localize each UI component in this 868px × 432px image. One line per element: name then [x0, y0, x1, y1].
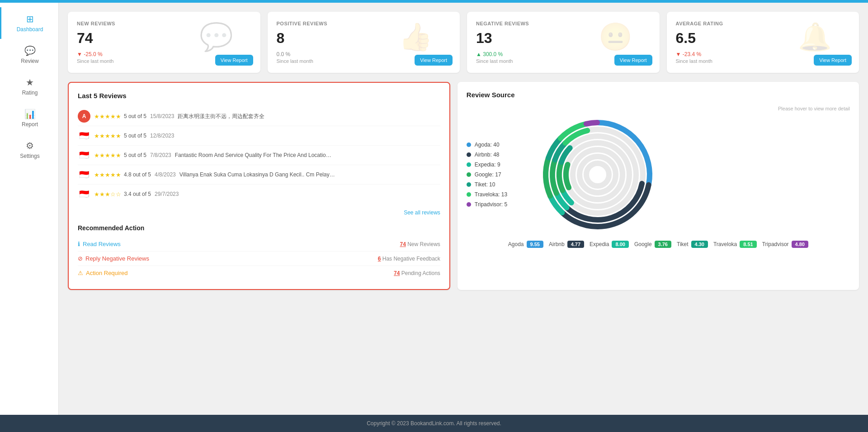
see-all-link[interactable]: See all reviews — [404, 209, 440, 216]
settings-icon: ⚙ — [26, 140, 34, 151]
footer: Copyright © 2023 BookandLink.com. All ri… — [0, 415, 868, 432]
legend-dot-4 — [467, 182, 471, 187]
review-date-3: 4/8/2023 — [155, 171, 176, 178]
main-content: NEW REVIEWS 74 ▼ -25.0 % Since last mont… — [59, 3, 868, 415]
rec-icon-0: ℹ — [78, 241, 80, 247]
donut-chart — [539, 116, 656, 233]
score-badge-1: 4.77 — [567, 241, 584, 248]
legend-dot-1 — [467, 152, 471, 157]
view-report-btn-positive-reviews[interactable]: View Report — [415, 55, 453, 66]
review-rating-3: 4.8 out of 5 — [124, 171, 151, 178]
score-item-3: Google 3.76 — [634, 241, 671, 248]
rec-count-0: 74 New Reviews — [400, 241, 440, 247]
review-stars-3: ★★★★★ — [94, 171, 121, 178]
sidebar-label-rating: Rating — [22, 90, 38, 96]
stat-card-average-rating: AVERAGE RATING 6.5 ▼ -23.4 % Since last … — [667, 12, 859, 73]
review-rating-1: 5 out of 5 — [124, 133, 146, 139]
legend-item-5: Traveloka: 13 — [467, 191, 530, 198]
report-icon: 📊 — [24, 109, 36, 119]
footer-text: Copyright © 2023 BookandLink.com. All ri… — [367, 420, 501, 427]
review-rating-2: 5 out of 5 — [124, 152, 146, 158]
score-badge-4: 4.30 — [691, 241, 708, 248]
rec-row-2: ⚠ Action Required 74 Pending Actions — [78, 266, 440, 280]
review-date-4: 29/7/2023 — [155, 191, 179, 197]
rec-count-num-0: 74 — [400, 241, 406, 247]
score-badge-5: 8.51 — [740, 241, 756, 248]
score-item-4: Tiket 4.30 — [677, 241, 708, 248]
score-label-5: Traveloka — [713, 241, 737, 247]
score-badge-2: 8.00 — [612, 241, 628, 248]
legend-label-3: Google: 17 — [475, 171, 501, 178]
stat-card-icon-negative-reviews: 😐 — [599, 21, 632, 53]
view-report-btn-average-rating[interactable]: View Report — [814, 55, 852, 66]
review-rating-0: 5 out of 5 — [124, 113, 146, 119]
review-avatar-2: 🇮🇩 — [78, 149, 90, 161]
rec-count-1: 6 Has Negative Feedback — [378, 256, 440, 262]
bottom-panels: Last 5 Reviews A ★★★★★ 5 out of 5 15/8/2… — [68, 82, 859, 290]
review-date-2: 7/8/2023 — [150, 152, 171, 158]
score-label-1: Airbnb — [549, 241, 565, 247]
rec-list: ℹ Read Reviews 74 New Reviews ⊘ Reply Ne… — [78, 237, 440, 280]
sidebar-item-report[interactable]: 📊 Report — [0, 102, 58, 134]
rec-label-0[interactable]: ℹ Read Reviews — [78, 241, 121, 247]
rec-count-num-1: 6 — [378, 256, 381, 262]
legend-label-2: Expedia: 9 — [475, 161, 500, 168]
rec-icon-2: ⚠ — [78, 270, 83, 276]
legend-dot-5 — [467, 192, 471, 197]
score-label-3: Google — [634, 241, 652, 247]
view-report-btn-new-reviews[interactable]: View Report — [215, 55, 253, 66]
score-item-0: Agoda 9.55 — [508, 241, 543, 248]
see-all[interactable]: See all reviews — [78, 208, 440, 216]
sidebar: ⊞ Dashboard💬 Review★ Rating📊 Report⚙ Set… — [0, 3, 59, 415]
review-source-subtitle: Please hover to view more detail — [467, 106, 850, 111]
score-label-4: Tiket — [677, 241, 689, 247]
review-avatar-0: A — [78, 110, 90, 123]
rec-action-title: Recommended Action — [78, 224, 440, 232]
rec-row-1: ⊘ Reply Negative Reviews 6 Has Negative … — [78, 252, 440, 266]
review-icon: 💬 — [24, 45, 36, 56]
rec-label-1[interactable]: ⊘ Reply Negative Reviews — [78, 255, 149, 262]
legend-dot-3 — [467, 172, 471, 177]
review-avatar-3: 🇮🇩 — [78, 168, 90, 181]
review-row-0: A ★★★★★ 5 out of 5 15/8/2023 距离水明漾主街不远，周… — [78, 107, 440, 126]
legend-label-5: Traveloka: 13 — [475, 191, 507, 198]
review-stars-4: ★★★☆☆ — [94, 191, 121, 198]
score-label-2: Expedia — [590, 241, 609, 247]
review-source-title: Review Source — [467, 91, 850, 99]
legend-item-1: Airbnb: 48 — [467, 152, 530, 158]
rec-icon-1: ⊘ — [78, 255, 83, 262]
review-text-3: Villanya Enak Suka Cuma Lokasinya D Gang… — [179, 171, 338, 178]
stat-cards: NEW REVIEWS 74 ▼ -25.0 % Since last mont… — [68, 12, 859, 73]
stat-card-icon-positive-reviews: 👍 — [399, 21, 433, 53]
score-label-0: Agoda — [508, 241, 524, 247]
view-report-btn-negative-reviews[interactable]: View Report — [614, 55, 652, 66]
review-stars-1: ★★★★★ — [94, 133, 121, 139]
review-date-0: 15/8/2023 — [150, 113, 174, 119]
last-reviews-panel: Last 5 Reviews A ★★★★★ 5 out of 5 15/8/2… — [68, 82, 450, 290]
legend-item-3: Google: 17 — [467, 171, 530, 178]
score-item-2: Expedia 8.00 — [590, 241, 629, 248]
legend-item-6: Tripadvisor: 5 — [467, 201, 530, 208]
legend-label-1: Airbnb: 48 — [475, 152, 500, 158]
score-badge-3: 3.76 — [655, 241, 671, 248]
sidebar-label-settings: Settings — [20, 153, 39, 159]
rec-row-0: ℹ Read Reviews 74 New Reviews — [78, 237, 440, 252]
sidebar-item-dashboard[interactable]: ⊞ Dashboard — [0, 7, 58, 39]
sidebar-item-settings[interactable]: ⚙ Settings — [0, 134, 58, 166]
review-row-2: 🇮🇩 ★★★★★ 5 out of 5 7/8/2023 Fantastic R… — [78, 146, 440, 165]
review-text-0: 距离水明漾主街不远，周边配套齐全 — [178, 113, 264, 120]
sidebar-label-review: Review — [21, 58, 38, 64]
legend-label-0: Agoda: 40 — [475, 142, 500, 148]
sidebar-item-review[interactable]: 💬 Review — [0, 39, 58, 71]
legend-label-4: Tiket: 10 — [475, 181, 495, 188]
sidebar-label-report: Report — [22, 121, 38, 128]
legend-dot-2 — [467, 162, 471, 167]
review-avatar-1: 🇮🇩 — [78, 129, 90, 142]
review-source-panel: Review Source Please hover to view more … — [458, 82, 859, 290]
donut-svg — [539, 116, 656, 233]
stat-card-positive-reviews: POSITIVE REVIEWS 8 0.0 % Since last mont… — [268, 12, 460, 73]
sidebar-item-rating[interactable]: ★ Rating — [0, 71, 58, 102]
legend-dot-6 — [467, 202, 471, 207]
rec-label-2[interactable]: ⚠ Action Required — [78, 270, 128, 276]
rec-count-2: 74 Pending Actions — [394, 270, 440, 276]
